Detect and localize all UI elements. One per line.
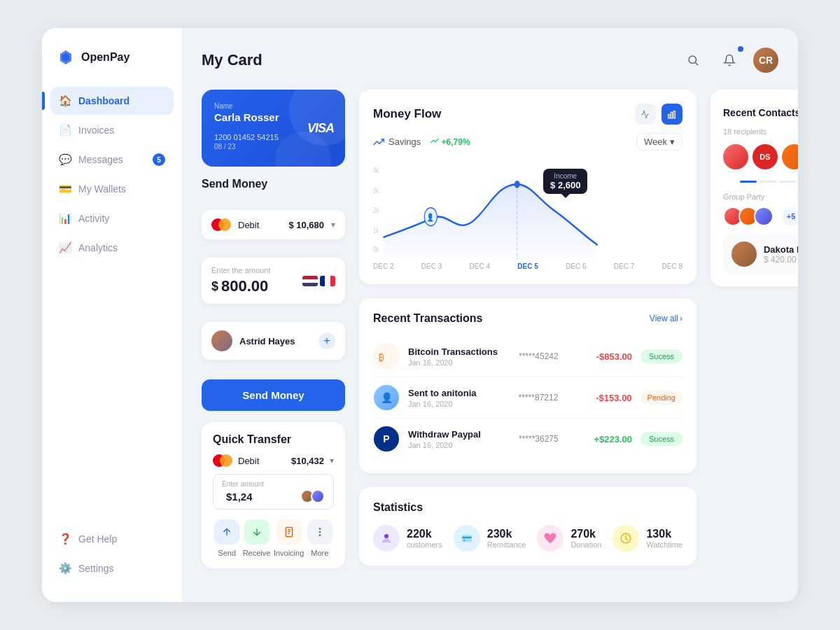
- card-name: Carla Rosser: [214, 111, 332, 123]
- sidebar-item-help[interactable]: ❓ Get Help: [50, 525, 174, 553]
- logo-text: OpenPay: [81, 51, 130, 64]
- qt-user-avatars: [300, 489, 325, 503]
- tx-name: Withdraw Paypal: [408, 429, 510, 440]
- chevron-down-icon: ▾: [331, 220, 335, 230]
- svg-rect-12: [671, 112, 673, 118]
- right-column: Recent Contacts 18 recipients: [710, 90, 798, 286]
- chevron-down-icon: ▾: [670, 136, 675, 147]
- home-icon: 🏠: [59, 94, 71, 107]
- add-recipient-button[interactable]: +: [318, 332, 335, 349]
- qt-amount-input[interactable]: [226, 491, 296, 503]
- group-label: Group Party: [723, 192, 798, 201]
- fr-flag-icon: [320, 276, 335, 286]
- qt-send-label: Send: [218, 549, 236, 557]
- qt-amount-label: Enter amount: [222, 480, 325, 488]
- group-avatar: [754, 206, 774, 226]
- view-all-button[interactable]: View all ›: [650, 314, 682, 323]
- send-money-button[interactable]: Send Money: [202, 379, 345, 411]
- group-row: +5: [723, 206, 798, 226]
- svg-line-1: [695, 62, 697, 64]
- contact-avatar[interactable]: DS: [752, 144, 778, 169]
- notification-dot: [738, 46, 743, 52]
- week-selector[interactable]: Week ▾: [636, 133, 682, 150]
- sidebar-item-messages[interactable]: 💬 Messages 5: [50, 146, 174, 174]
- notification-button[interactable]: [717, 48, 742, 73]
- page-title: My Card: [202, 51, 262, 69]
- sidebar-item-settings[interactable]: ⚙️ Settings: [50, 554, 174, 582]
- qt-avatar-2: [311, 489, 325, 503]
- mastercard-icon: [211, 218, 231, 231]
- sidebar-item-wallets[interactable]: 💳 My Wallets: [50, 175, 174, 203]
- chart-date-label: DEC 3: [421, 262, 442, 270]
- sidebar-bottom-label: Settings: [78, 563, 114, 574]
- sidebar-item-invoices[interactable]: 📄 Invoices: [50, 116, 174, 144]
- amount-input[interactable]: [221, 277, 291, 295]
- sidebar-bottom: ❓ Get Help ⚙️ Settings: [42, 525, 182, 582]
- contacts-header: Recent Contacts: [723, 102, 798, 123]
- qt-invoicing-label: Invoicing: [274, 549, 304, 557]
- qt-send-action[interactable]: Send: [214, 519, 239, 557]
- messages-badge: 5: [153, 153, 165, 166]
- qt-actions: Send Receive Invoicing: [213, 519, 334, 557]
- svg-point-9: [319, 531, 320, 532]
- chart-date-label: DEC 2: [373, 262, 393, 270]
- chart-line-button[interactable]: [635, 104, 656, 125]
- qt-receive-label: Receive: [243, 549, 271, 557]
- stat-value: 220k: [407, 528, 442, 540]
- qt-more-action[interactable]: More: [307, 519, 332, 557]
- qt-invoicing-action[interactable]: Invoicing: [274, 519, 304, 557]
- qt-more-label: More: [311, 549, 328, 557]
- money-flow-chart: 4k 3k 2k 1k 0k: [373, 162, 682, 260]
- svg-text:4k: 4k: [373, 167, 379, 175]
- svg-rect-11: [668, 114, 670, 118]
- sidebar-item-analytics[interactable]: 📈 Analytics: [50, 234, 174, 262]
- qt-receive-action[interactable]: Receive: [243, 519, 271, 557]
- sidebar-item-label: Invoices: [78, 125, 114, 136]
- tx-name: Bitcoin Transactions: [408, 346, 510, 357]
- svg-point-0: [689, 56, 696, 64]
- qt-send-icon: [214, 519, 239, 545]
- quick-transfer-section: Quick Transfer Debit $10,432 ▾ Enter amo…: [202, 422, 345, 568]
- send-money-title: Send Money: [202, 178, 345, 190]
- tx-id: *****45242: [519, 351, 575, 361]
- user-avatar[interactable]: CR: [753, 48, 778, 73]
- chart-date-label: DEC 7: [614, 262, 634, 270]
- amount-label: Enter the amount: [211, 266, 298, 274]
- transactions-card: Recent Transactions View all › ₿ Bitcoin…: [359, 298, 696, 473]
- money-flow-title: Money Flow: [373, 107, 441, 121]
- search-button[interactable]: [680, 48, 706, 73]
- tx-date: Jan 16, 2020: [408, 358, 510, 367]
- contact-avatar[interactable]: [782, 144, 798, 169]
- remittance-icon: [454, 525, 480, 552]
- tx-status-badge: Sucess: [640, 432, 682, 446]
- svg-text:👤: 👤: [427, 213, 434, 223]
- qt-chevron-icon: ▾: [330, 456, 334, 465]
- svg-text:1k: 1k: [373, 227, 379, 235]
- stat-info: 130k Watchtime: [646, 528, 682, 549]
- chart-date-label: DEC 8: [662, 262, 682, 270]
- dakota-info: Dakota Milk $ 420.00: [764, 244, 798, 265]
- chart-bar-button[interactable]: [662, 104, 682, 125]
- debit-selector[interactable]: Debit $ 10,680 ▾: [202, 210, 345, 239]
- stat-label: customers: [407, 540, 442, 549]
- stat-info: 220k customers: [407, 528, 442, 549]
- dakota-name: Dakota Milk: [764, 244, 798, 255]
- sidebar-item-activity[interactable]: 📊 Activity: [50, 204, 174, 232]
- sidebar-item-dashboard[interactable]: 🏠 Dashboard: [50, 87, 174, 115]
- svg-point-8: [319, 528, 320, 529]
- svg-text:3k: 3k: [373, 187, 379, 195]
- middle-column: Money Flow Savin: [359, 90, 696, 566]
- inactive-dot: [779, 181, 796, 183]
- qt-mastercard-icon: [213, 454, 232, 467]
- contact-avatar[interactable]: [723, 144, 748, 169]
- transactions-header: Recent Transactions View all ›: [373, 312, 682, 325]
- debit-amount: $ 10,680: [288, 220, 324, 230]
- sidebar-item-label: Analytics: [78, 242, 118, 253]
- group-plus-count: +5: [782, 207, 798, 225]
- tx-date: Jan 16, 2020: [408, 441, 510, 449]
- card-name-label: Name: [214, 102, 332, 110]
- statistics-card: Statistics 220k customers: [359, 487, 696, 566]
- quick-transfer-title: Quick Transfer: [213, 433, 334, 446]
- svg-rect-25: [462, 536, 472, 542]
- main-content: My Card CR: [182, 28, 798, 602]
